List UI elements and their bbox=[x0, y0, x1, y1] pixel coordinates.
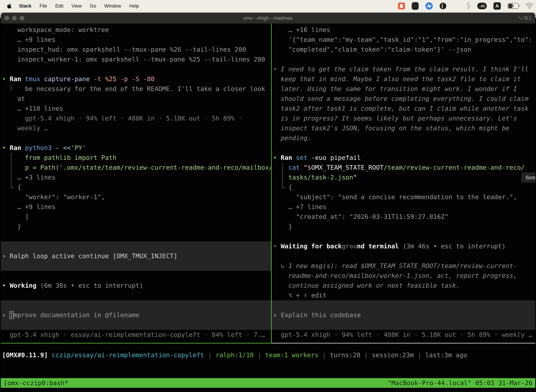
wifi-icon[interactable] bbox=[526, 3, 533, 9]
terminal-line: workspace_mode: worktree bbox=[1, 25, 271, 35]
text-segment: cczip/essay/ai-reimplementation-copyleft bbox=[52, 351, 204, 359]
terminal-line: is in progress? It seems likely but perh… bbox=[272, 113, 535, 123]
terminal-line: ↳ 1 new msg(s): read $OMX_TEAM_STATE_ROO… bbox=[272, 261, 535, 271]
text-segment: -p -S -80 bbox=[120, 75, 155, 83]
text-segment: gpt-5.4 xhigh · essay/ai-reimplementatio… bbox=[2, 331, 265, 338]
moon-circle-icon[interactable] bbox=[440, 2, 446, 9]
terminal-line: gpt-5.4 xhigh · 94% left · 488K in · 5.1… bbox=[1, 113, 271, 123]
terminal-line: • Ran set -euo pipefail bbox=[272, 153, 535, 163]
text-segment: ralph:1/10 bbox=[215, 351, 254, 359]
text-segment: | bbox=[254, 351, 265, 359]
text-segment: … +7 lines bbox=[273, 203, 326, 210]
text-segment: gpt-5.4 xhigh · 94% left · 488K in · 5.1… bbox=[2, 115, 242, 122]
text-segment: turns:20 bbox=[330, 351, 360, 359]
dots-grid-icon[interactable] bbox=[453, 3, 460, 9]
terminal-line: pending. bbox=[272, 133, 535, 143]
menu-item-go[interactable]: Go bbox=[90, 3, 96, 9]
terminal-line: { bbox=[272, 182, 535, 192]
terminal-line: should send a message before completing … bbox=[272, 94, 535, 104]
terminal-line: › Ralph loop active continue [OMX_TMUX_I… bbox=[1, 251, 271, 261]
terminal-line bbox=[1, 261, 271, 271]
text-segment: from pathlib import Path bbox=[2, 154, 116, 161]
text-segment: " bbox=[353, 174, 357, 181]
text-segment: ] bbox=[2, 213, 29, 220]
chat-app-icon[interactable] bbox=[398, 2, 405, 9]
text-segment: -euo pipefail bbox=[311, 154, 361, 161]
hook-squiggle-icon[interactable] bbox=[466, 2, 471, 10]
text-segment: grou bbox=[342, 243, 357, 250]
terminal-line: inspect_hud: omx sparkshell --tmux-pane … bbox=[1, 45, 271, 54]
terminal-line: • Working (6m 38s • esc to interrupt) bbox=[1, 281, 271, 290]
terminal-line: inspect task2's JSON, focusing on the st… bbox=[272, 123, 535, 133]
text-segment: capture-pane bbox=[44, 75, 94, 83]
text-segment: • bbox=[273, 65, 281, 73]
text-segment: • bbox=[273, 243, 281, 250]
text-segment: inspect_worker-1: omx sparkshell --tmux-… bbox=[2, 56, 265, 63]
output-connector-icon bbox=[282, 163, 285, 188]
text-segment: -t bbox=[94, 75, 105, 83]
text-segment: • bbox=[2, 282, 10, 289]
text-segment: readme-and-reco/mailbox/worker-1.json, a… bbox=[273, 272, 517, 279]
text-segment: I need to get the claim token from the c… bbox=[281, 65, 528, 73]
text-segment: | bbox=[360, 351, 372, 359]
text-segment: › bbox=[2, 311, 10, 319]
window-titlebar[interactable]: omx --xhigh --madmax ⌥⌘1 bbox=[1, 13, 535, 23]
pulse-circle-icon[interactable] bbox=[425, 2, 433, 10]
hud-status-line: [OMX#0.11.9] cczip/essay/ai-reimplementa… bbox=[2, 350, 467, 360]
terminal-line: … +110 lines bbox=[1, 104, 271, 113]
text-segment: last:3m ago bbox=[425, 351, 467, 359]
text-segment: } bbox=[273, 223, 292, 230]
terminal-line: continue assigned work or next feasible … bbox=[272, 281, 535, 290]
battery-charging-icon[interactable] bbox=[507, 3, 519, 9]
terminal-line bbox=[272, 251, 535, 261]
text-segment: ⌥ + ↑ edit bbox=[273, 292, 326, 299]
prompt-input-line[interactable]: › Explain this codebase bbox=[272, 310, 535, 320]
text-segment: • bbox=[2, 144, 10, 151]
terminal-line: … +3 lines bbox=[1, 173, 271, 182]
screen-tooltip: Scre bbox=[522, 173, 535, 182]
menu-item-help[interactable]: Help bbox=[129, 3, 139, 9]
text-segment: › bbox=[2, 252, 10, 260]
terminal-line: keep that in mind. Maybe I also need the… bbox=[272, 74, 535, 84]
tmux-pane-left[interactable]: workspace_mode: worktree … +9 lines insp… bbox=[1, 23, 271, 343]
prompt-input-line[interactable]: › Improve documentation in @filename bbox=[1, 310, 271, 320]
terminal-line bbox=[1, 133, 271, 143]
text-segment: inspect_hud: omx sparkshell --tmux-pane … bbox=[2, 46, 246, 53]
text-segment: is in progress? It seems likely but perh… bbox=[273, 115, 517, 122]
apple-menu-icon[interactable] bbox=[6, 3, 12, 9]
text-segment: be necessary for the end of the README. … bbox=[2, 85, 265, 92]
text-segment: "created_at": "2026-03-31T11:59:27.816Z" bbox=[273, 213, 448, 220]
menu-app-name[interactable]: Slack bbox=[19, 3, 31, 9]
menu-item-edit[interactable]: Edit bbox=[55, 3, 63, 9]
text-segment: mprove documentation in @filename bbox=[14, 311, 139, 319]
text-segment: gpt-5.4 xhigh · 94% left · 488K in · 5.1… bbox=[273, 331, 532, 338]
text-segment: Ran bbox=[10, 75, 25, 83]
terminal-line: "subject": "send a concise recommendatio… bbox=[272, 192, 535, 202]
window-shortcut-hint: ⌥⌘1 bbox=[517, 13, 532, 23]
terminal-line: task2 after task1 is complete, but can I… bbox=[272, 104, 535, 113]
terminal-line: … +9 lines bbox=[1, 202, 271, 212]
tmux-pane-right[interactable]: … +16 lines '{"team_name":"my-team","tas… bbox=[272, 23, 535, 343]
text-segment: | bbox=[318, 351, 330, 359]
text-segment: "subject": "send a concise recommendatio… bbox=[273, 193, 517, 201]
text-segment: } bbox=[2, 223, 21, 230]
terminal-line: "worker": "worker-1", bbox=[1, 192, 271, 202]
grid-shield-icon[interactable] bbox=[412, 2, 419, 10]
text-segment: … +3 lines bbox=[2, 174, 55, 181]
menu-item-view[interactable]: View bbox=[72, 3, 82, 9]
text-segment: continue assigned work or next feasible … bbox=[273, 282, 460, 289]
menu-item-window[interactable]: Window bbox=[104, 3, 121, 9]
input-source-icon[interactable]: A bbox=[493, 2, 501, 10]
terminal-line: } bbox=[272, 222, 535, 232]
text-segment: I bbox=[10, 311, 14, 319]
pane-border-inactive bbox=[272, 343, 535, 344]
text-segment: keep that in mind. Maybe I also need the… bbox=[273, 75, 521, 83]
text-segment: "completed","claim_token":"claim-token"}… bbox=[273, 46, 471, 53]
text-segment: session:23m bbox=[372, 351, 414, 359]
pane-divider[interactable] bbox=[271, 23, 272, 343]
text-segment: | bbox=[414, 351, 425, 359]
tmux-status-bar: [omx-cczip0:bash* "MacBook-Pro-44.local"… bbox=[1, 378, 535, 388]
badge-61-icon[interactable]: ..61 bbox=[477, 3, 487, 9]
menu-item-file[interactable]: File bbox=[40, 3, 47, 9]
text-segment: Waiting for back bbox=[281, 243, 342, 250]
